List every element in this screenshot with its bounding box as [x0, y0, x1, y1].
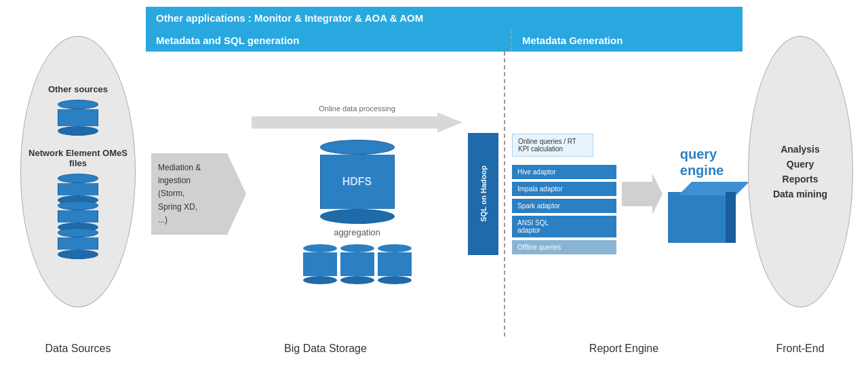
ansi-sql-adaptor: ANSI SQL adaptor: [512, 216, 616, 237]
query-engine-area: queryengine: [668, 146, 736, 243]
hive-adaptor: Hive adaptor: [512, 165, 616, 179]
spark-adaptor: Spark adaptor: [512, 199, 616, 213]
hdfs-bottom: [320, 209, 395, 224]
hdfs-area: Online data processing HDFS: [252, 104, 462, 284]
data-mining-label: Data mining: [773, 189, 827, 199]
online-processing-area: Online data processing: [252, 104, 462, 133]
cyl-top: [58, 100, 98, 109]
split-header: Metadata and SQL generation Metadata Gen…: [146, 29, 743, 52]
sm-cyl-3: [378, 244, 412, 284]
aggregation-label: aggregation: [334, 227, 380, 237]
report-inner: Online queries / RT KPI calculation Hive…: [505, 52, 743, 336]
report-engine-content: Online queries / RT KPI calculation Hive…: [505, 52, 743, 336]
top-section: Other sources Network Element OMeS files: [10, 7, 858, 336]
data-sources-column: Other sources Network Element OMeS files: [10, 7, 146, 336]
reports-label: Reports: [783, 174, 818, 185]
sm-cyl-2: [340, 244, 374, 284]
report-engine-bottom-label: Report Engine: [505, 343, 743, 355]
mediation-label: Mediation &ingestion(Storm,Spring XD,...…: [158, 161, 226, 227]
big-data-storage-bottom-label: Big Data Storage: [146, 343, 505, 355]
data-sources-oval: Other sources Network Element OMeS files: [20, 36, 136, 307]
content-row: Mediation &ingestion(Storm,Spring XD,...…: [146, 52, 743, 336]
online-queries-box: Online queries / RT KPI calculation: [512, 134, 593, 157]
small-cylinders: [303, 244, 412, 284]
main-content-area: Other applications : Monitor & Integrato…: [146, 7, 743, 336]
metadata-gen-bar: Metadata Generation: [512, 29, 743, 52]
big-data-inner: Mediation &ingestion(Storm,Spring XD,...…: [146, 52, 504, 336]
mediation-box: Mediation &ingestion(Storm,Spring XD,...…: [151, 153, 246, 235]
qe-front-face: [668, 192, 726, 243]
cyl-body: [58, 109, 98, 126]
sql-hadoop-bar: SQL on Hadoop: [468, 133, 498, 255]
main-container: Other sources Network Element OMeS files: [0, 0, 868, 367]
qe-top-face: [678, 182, 749, 195]
hdfs-top: [320, 140, 395, 155]
other-apps-bar: Other applications : Monitor & Integrato…: [146, 7, 743, 29]
query-label: Query: [787, 159, 814, 170]
sm-cyl-1: [303, 244, 337, 284]
other-sources-cylinder: [58, 100, 98, 136]
analysis-label: Analysis: [781, 144, 820, 155]
offline-queries: Offline queries: [512, 240, 616, 254]
network-element-label: Network Element OMeS files: [28, 148, 128, 168]
online-arrow: [252, 113, 462, 133]
adaptors-column: Online queries / RT KPI calculation Hive…: [512, 134, 616, 254]
impala-adaptor: Impala adaptor: [512, 182, 616, 196]
frontend-column: Analysis Query Reports Data mining: [743, 7, 858, 336]
other-sources-label: Other sources: [48, 84, 108, 94]
big-data-content: Mediation &ingestion(Storm,Spring XD,...…: [146, 52, 505, 336]
query-engine-box: [668, 182, 736, 243]
bottom-labels: Data Sources Big Data Storage Report Eng…: [10, 336, 858, 360]
online-processing-label: Online data processing: [319, 104, 395, 113]
network-cylinders: [58, 174, 98, 259]
frontend-bottom-label: Front-End: [743, 343, 858, 355]
data-sources-bottom-label: Data Sources: [10, 343, 146, 355]
frontend-oval: Analysis Query Reports Data mining: [748, 36, 853, 307]
cyl-3: [58, 228, 98, 259]
metadata-sql-bar: Metadata and SQL generation: [146, 29, 512, 52]
hdfs-body: HDFS: [320, 155, 395, 209]
hdfs-cylinder: HDFS: [320, 140, 395, 224]
qe-right-face: [726, 192, 736, 243]
hdfs-label: HDFS: [342, 176, 372, 188]
cyl-bottom: [58, 126, 98, 136]
query-engine-label: queryengine: [680, 146, 724, 178]
report-arrow: [622, 174, 663, 214]
online-queries-label: Online queries / RT KPI calculation: [518, 138, 576, 153]
